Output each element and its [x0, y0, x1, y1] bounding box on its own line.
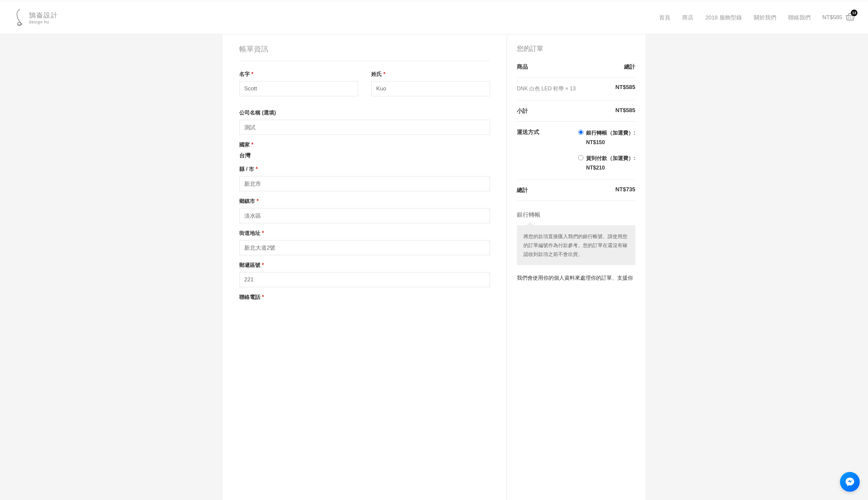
total-value: NT$735 [615, 186, 635, 194]
order-section: 您的訂單 商品 總計 DNK 白色 LED 鞋帶 × 13 NT$585 小計 … [507, 34, 645, 500]
subtotal-value: NT$585 [615, 107, 635, 115]
payment-info: 將您的款項直接匯入我們的銀行帳號。請使用您的訂單編號作為付款參考。您的訂單在還沒… [517, 225, 635, 265]
company-input[interactable] [239, 120, 490, 135]
nav-shop[interactable]: 商店 [682, 14, 693, 21]
order-header-total: 總計 [624, 63, 635, 71]
site-header: 鵠崙設計 design hu 首頁 商店 2018 服飾型錄 關於我們 聯絡我們… [0, 1, 868, 34]
nav-home[interactable]: 首頁 [659, 14, 670, 21]
payment-method: 銀行轉帳 [517, 211, 635, 219]
order-title: 您的訂單 [517, 44, 635, 53]
first-name-label: 名字 * [239, 71, 358, 78]
country-label: 國家 * [239, 141, 490, 148]
logo-icon [13, 8, 26, 27]
cart-total: NT$585 [822, 14, 842, 21]
order-product-price: NT$585 [615, 84, 635, 94]
city-input[interactable] [239, 208, 490, 223]
logo-main-text: 鵠崙設計 [29, 11, 58, 20]
subtotal-label: 小計 [517, 107, 528, 115]
nav-contact[interactable]: 聯絡我們 [788, 14, 811, 21]
cart-area[interactable]: NT$585 13 [822, 13, 855, 22]
state-label: 縣 / 市 * [239, 166, 490, 173]
privacy-text: 我們會使用你的個人資料來處理你的訂單、支援你 [517, 273, 635, 283]
nav-catalog[interactable]: 2018 服飾型錄 [705, 14, 742, 21]
city-label: 鄉鎮市 * [239, 198, 490, 205]
total-label: 總計 [517, 186, 528, 194]
nav-about[interactable]: 關於我們 [754, 14, 776, 21]
company-label: 公司名稱 (選填) [239, 110, 490, 116]
postcode-input[interactable] [239, 272, 490, 287]
last-name-label: 姓氏 * [371, 71, 490, 78]
logo-sub-text: design hu [29, 20, 58, 24]
first-name-input[interactable] [239, 81, 358, 96]
messenger-button[interactable] [840, 472, 860, 492]
main-nav: 首頁 商店 2018 服飾型錄 關於我們 聯絡我們 NT$585 13 [659, 13, 855, 22]
order-product-name: DNK 白色 LED 鞋帶 × 13 [517, 84, 576, 94]
billing-title: 帳單資訊 [239, 44, 490, 61]
order-header-product: 商品 [517, 63, 528, 71]
shipping-option-bank[interactable]: 銀行轉帳（加運費）: NT$150 [578, 128, 635, 147]
shipping-option-cod[interactable]: 貨到付款（加運費）: NT$210 [578, 154, 635, 173]
messenger-icon [845, 477, 855, 487]
cart-badge: 13 [851, 10, 857, 16]
address-input[interactable] [239, 240, 490, 255]
last-name-input[interactable] [371, 81, 490, 96]
billing-section: 帳單資訊 名字 * 姓氏 * 公司名稱 (選填) 國家 * [223, 34, 507, 500]
logo[interactable]: 鵠崙設計 design hu [13, 8, 58, 27]
country-value: 台灣 [239, 152, 490, 159]
address-label: 街道地址 * [239, 230, 490, 237]
shipping-label: 運送方式 [517, 128, 539, 173]
state-input[interactable] [239, 176, 490, 191]
postcode-label: 郵遞區號 * [239, 262, 490, 269]
shipping-radio-cod[interactable] [578, 155, 583, 160]
shipping-radio-bank[interactable] [578, 129, 583, 135]
svg-point-0 [18, 22, 21, 26]
phone-label: 聯絡電話 * [239, 294, 490, 301]
